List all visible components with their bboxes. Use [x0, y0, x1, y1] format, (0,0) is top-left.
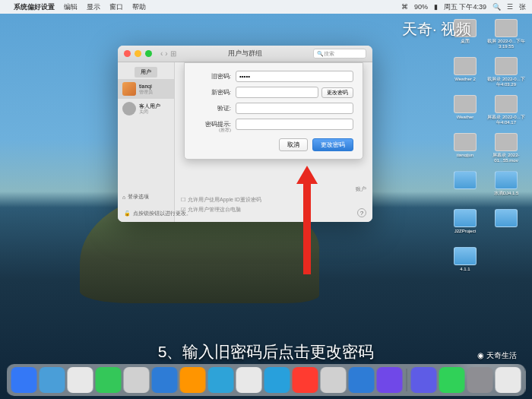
dock-item[interactable] [180, 367, 206, 393]
dock-item[interactable] [208, 367, 234, 393]
menu-window[interactable]: 窗口 [109, 2, 123, 12]
avatar [122, 102, 136, 116]
confirm-change-password-button[interactable]: 更改密码 [312, 138, 353, 151]
search-icon[interactable]: 🔍 [492, 3, 501, 11]
dock-item[interactable] [377, 367, 403, 393]
menu-help[interactable]: 帮助 [132, 2, 146, 12]
login-options[interactable]: ⌂ 登录选项 [122, 193, 149, 201]
sidebar-user-tianqi[interactable]: tianqi管理员 [118, 79, 174, 99]
users-groups-window: ‹›⊞ 用户与群组 🔍 搜索 用户 tianqi管理员 客人用户关闭 ⌂ 登录选… [118, 46, 372, 222]
dock-item[interactable] [152, 367, 178, 393]
desktop-icon[interactable]: 水滴DJ4.1.5 [486, 171, 526, 204]
dock-item[interactable] [236, 367, 262, 393]
old-password-input[interactable]: ••••• [236, 71, 353, 82]
dock-item[interactable] [349, 367, 375, 393]
sidebar-tab[interactable]: 用户 [135, 67, 157, 78]
watermark-top: 天奇· 视频 [402, 19, 471, 40]
dock-item[interactable] [124, 367, 150, 393]
dock-item[interactable] [411, 367, 437, 393]
desktop-icon[interactable]: 截屏录 2022-0...下午4:03.29 [486, 57, 526, 90]
caption: 5、输入旧密码后点击更改密码 [0, 341, 532, 363]
dock-item[interactable] [321, 367, 347, 393]
menu-view[interactable]: 显示 [87, 2, 100, 12]
dock-item[interactable] [68, 367, 93, 393]
desktop-icon[interactable]: Weather 2 [445, 57, 485, 90]
wifi-icon[interactable]: ⌘ [401, 3, 408, 11]
battery-icon[interactable]: ▮ [434, 3, 438, 11]
watermark-br1: ◉ 天奇生活 [477, 350, 517, 361]
lock-icon: 🔓 [124, 211, 131, 217]
lock-row[interactable]: 🔓 点按锁按钮以进行更改。 [124, 210, 192, 217]
app-name[interactable]: 系统偏好设置 [14, 2, 55, 12]
window-title: 用户与群组 [118, 49, 372, 59]
menu-edit[interactable]: 编辑 [64, 2, 78, 12]
sidebar: 用户 tianqi管理员 客人用户关闭 ⌂ 登录选项 [118, 62, 175, 222]
desktop-icons: 桌面Weather 2WeathertianqijunJ2ZProject4.1… [486, 19, 526, 242]
desktop-icon[interactable]: J2ZProject [445, 209, 485, 242]
desktop-icon[interactable]: 屏幕录 2022-0...下午4:04.17 [486, 95, 526, 128]
titlebar[interactable]: ‹›⊞ 用户与群组 🔍 搜索 [118, 46, 372, 62]
desktop-icon[interactable]: 截屏 2022-0...下午3:19.55 [486, 19, 526, 52]
hint-sublabel: (推荐) [194, 127, 236, 134]
change-password-side-button[interactable]: 更改密码 [321, 87, 353, 98]
verify-input[interactable] [236, 103, 353, 114]
new-password-input[interactable] [236, 87, 318, 98]
desktop-icon[interactable]: 4.1.1 [445, 247, 485, 280]
user-menu[interactable]: 张 [519, 2, 526, 12]
dock-item[interactable] [11, 367, 37, 393]
hint-input[interactable] [236, 119, 353, 130]
sidebar-user-guest[interactable]: 客人用户关闭 [118, 99, 174, 119]
menubar: 系统偏好设置 编辑 显示 窗口 帮助 ⌘ 90% ▮ 周五 下午4:39 🔍 ☰… [0, 0, 532, 14]
verify-label: 验证: [194, 104, 236, 112]
checkbox-appleid[interactable]: ☐允许用户使用Apple ID重设密码 [181, 196, 366, 204]
cancel-button[interactable]: 取消 [279, 138, 308, 151]
new-password-label: 新密码: [194, 88, 236, 97]
password-sheet: 旧密码: ••••• 新密码: 更改密码 验证: 密码提示: (推荐) [184, 62, 363, 160]
desktop-icon[interactable] [486, 209, 526, 242]
dock-item[interactable] [467, 367, 493, 393]
dock-item[interactable] [439, 367, 465, 393]
battery-percent: 90% [414, 3, 428, 11]
account-label: 账户 [181, 185, 366, 193]
dock-item[interactable] [496, 367, 521, 393]
desktop-icon[interactable]: tianqijun [445, 133, 485, 166]
dock-item[interactable] [264, 367, 290, 393]
desktop-icon[interactable]: 屏幕录 2022-01...55.mov [486, 133, 526, 166]
main-panel: 旧密码: ••••• 新密码: 更改密码 验证: 密码提示: (推荐) [175, 62, 372, 222]
datetime[interactable]: 周五 下午4:39 [444, 2, 486, 12]
control-center-icon[interactable]: ☰ [507, 3, 513, 11]
help-button[interactable]: ? [357, 208, 366, 217]
dock-item[interactable] [96, 367, 122, 393]
old-password-label: 旧密码: [194, 72, 236, 81]
house-icon: ⌂ [122, 195, 125, 200]
dock [7, 364, 526, 396]
dock-item[interactable] [293, 367, 318, 393]
desktop-icon[interactable] [445, 171, 485, 204]
annotation-arrow [296, 166, 318, 274]
avatar [122, 82, 136, 96]
checkbox-admin[interactable]: ☑允许用户管理这台电脑 [181, 206, 366, 214]
desktop-icon[interactable]: Weather [445, 95, 485, 128]
dock-item[interactable] [40, 367, 65, 393]
